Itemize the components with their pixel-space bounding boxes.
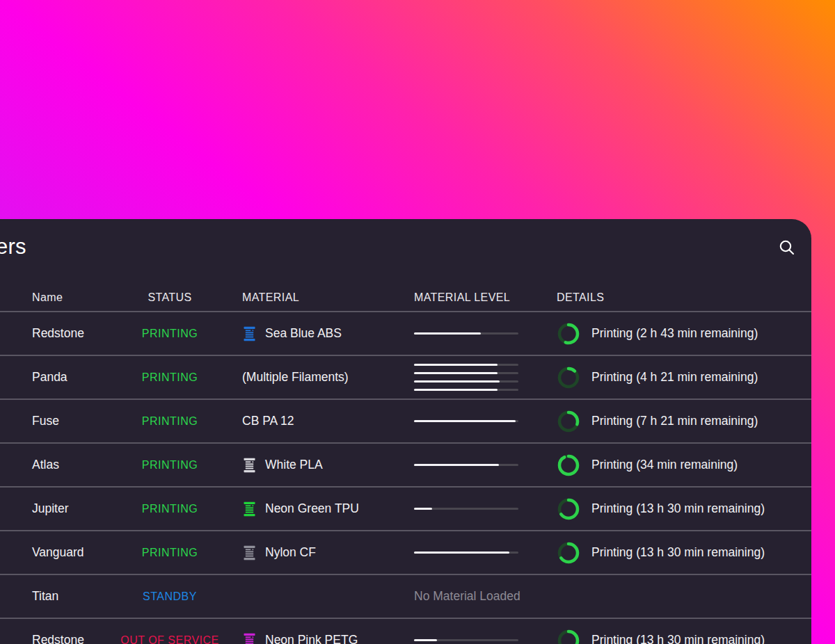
status-badge: PRINTING [116,371,224,384]
table-row[interactable]: Redstone OUT OF SERVICE Neon Pink PETG P… [0,618,811,644]
material-level-cell [414,552,557,554]
material-level-bar [414,389,518,391]
printer-name: Fuse [32,414,116,428]
material-cell: White PLA [224,457,414,474]
material-level-bar-fill [414,364,498,366]
details-cell: Printing (2 h 43 min remaining) [557,322,811,346]
search-icon[interactable] [778,239,796,257]
material-cell: Neon Green TPU [224,501,414,517]
status-badge: PRINTING [116,415,224,428]
material-cell: Sea Blue ABS [224,325,414,342]
details-cell: Printing (34 min remaining) [557,453,811,477]
spool-icon [242,325,257,342]
details-label: Printing (13 h 30 min remaining) [591,545,765,560]
page-title: ers [0,234,26,259]
no-material-label: No Material Loaded [414,589,557,604]
table-header: Name STATUS MATERIAL MATERIAL LEVEL DETA… [0,275,811,311]
details-cell: Printing (13 h 30 min remaining) [557,497,811,521]
status-badge: STANDBY [116,590,224,603]
table-body: Redstone PRINTING Sea Blue ABS Printing … [0,311,811,644]
material-label: Sea Blue ABS [265,326,342,341]
material-cell: Neon Pink PETG [224,632,414,644]
material-level-cell [414,420,557,422]
printer-name: Redstone [32,633,116,644]
material-level-bar-fill [414,508,432,510]
progress-ring-icon [557,629,580,644]
spool-icon [242,457,257,474]
material-label: Neon Pink PETG [265,633,358,644]
table-row[interactable]: Fuse PRINTING CB PA 12 Printing (7 h 21 … [0,399,811,442]
details-label: Printing (2 h 43 min remaining) [591,326,758,341]
table-row[interactable]: Redstone PRINTING Sea Blue ABS Printing … [0,311,811,355]
table-row[interactable]: Titan STANDBY No Material Loaded [0,574,811,618]
material-level-bar [414,332,518,335]
progress-ring-icon [557,410,580,433]
printer-name: Panda [32,370,116,385]
column-header-details: DETAILS [557,291,811,304]
status-badge: PRINTING [116,547,224,559]
material-cell: CB PA 12 [224,414,414,428]
material-label: Neon Green TPU [265,501,359,516]
material-level-bar [414,380,518,383]
table-row[interactable]: Atlas PRINTING White PLA Printing (34 mi… [0,442,811,486]
material-level-bar-fill [414,420,516,422]
status-badge: PRINTING [116,328,224,340]
spool-icon [242,545,257,561]
table-row[interactable]: Vanguard PRINTING Nylon CF Printing (13 … [0,530,811,574]
material-level-bar-fill [414,380,500,383]
progress-ring-icon [557,366,580,389]
material-cell: Nylon CF [224,545,414,561]
material-level-bar [414,420,518,422]
column-header-material: MATERIAL [224,291,414,304]
material-cell: (Multiple Filaments) [224,370,414,385]
material-label: CB PA 12 [242,414,294,428]
material-level-bar [414,372,518,374]
status-badge: PRINTING [116,459,224,472]
material-level-bar [414,508,518,510]
material-level-cell [414,332,557,335]
material-label: (Multiple Filaments) [242,370,349,385]
spool-icon [242,501,257,517]
material-level-bar-fill [414,389,498,391]
details-label: Printing (34 min remaining) [591,458,738,472]
printers-panel: ers Name STATUS MATERIAL MATERIAL LEVEL … [0,219,811,644]
details-cell: Printing (13 h 30 min remaining) [557,541,811,565]
details-cell: Printing (4 h 21 min remaining) [557,366,811,389]
material-level-bar [414,364,518,366]
material-level-bar [414,552,518,554]
progress-ring-icon [557,497,580,521]
material-level-cell [414,508,557,510]
column-header-status: STATUS [116,291,224,304]
panel-header: ers [0,219,811,275]
material-level-cell [414,639,557,641]
material-label: Nylon CF [265,545,316,560]
details-label: Printing (7 h 21 min remaining) [591,414,758,428]
printer-name: Vanguard [32,545,116,560]
material-level-bar-fill [414,332,481,335]
printer-name: Atlas [32,458,116,472]
column-header-material-level: MATERIAL LEVEL [414,291,557,304]
material-level-bar-fill [414,372,498,374]
printer-name: Titan [32,589,116,604]
details-cell: Printing (7 h 21 min remaining) [557,410,811,433]
printer-name: Redstone [32,326,116,341]
progress-ring-icon [557,322,580,346]
material-level-bar [414,464,518,466]
status-badge: OUT OF SERVICE [116,634,224,644]
details-label: Printing (13 h 30 min remaining) [591,501,765,516]
material-level-cell [414,364,557,391]
details-cell: Printing (13 h 30 min remaining) [557,629,811,644]
printer-name: Jupiter [32,501,116,516]
material-level-bar-fill [414,552,509,554]
table-row[interactable]: Panda PRINTING (Multiple Filaments) Prin… [0,355,811,399]
spool-icon [242,632,257,644]
progress-ring-icon [557,453,580,477]
progress-ring-icon [557,541,580,565]
table-row[interactable]: Jupiter PRINTING Neon Green TPU Printing… [0,486,811,530]
material-level-bar-fill [414,639,437,641]
material-label: White PLA [265,458,323,472]
material-level-cell: No Material Loaded [414,589,557,604]
column-header-name: Name [32,291,116,304]
material-level-bar-fill [414,464,499,466]
details-label: Printing (4 h 21 min remaining) [591,370,758,385]
